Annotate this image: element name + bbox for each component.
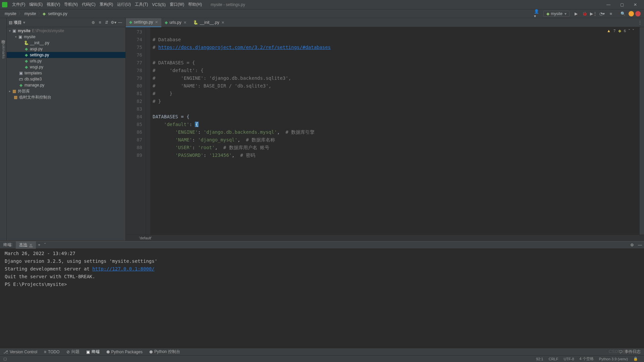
hide-icon[interactable]: — bbox=[636, 243, 644, 247]
chevron-down-icon: ▾ bbox=[565, 11, 567, 16]
crumb-root[interactable]: mysite bbox=[3, 11, 18, 16]
django-file-icon: ◆ bbox=[18, 83, 23, 87]
editor-body[interactable]: ▲7 ◆6 ˆˇ 7374757677787980818283848586878… bbox=[126, 27, 644, 235]
locate-icon[interactable]: ⊚ bbox=[90, 20, 96, 25]
menu-tools[interactable]: 工具(T) bbox=[133, 2, 150, 7]
tab-label: 本地 bbox=[19, 242, 27, 248]
window-title: mysite - settings.py bbox=[211, 2, 245, 7]
menu-refactor[interactable]: 重构(R) bbox=[98, 2, 115, 7]
tree-manage[interactable]: ◆manage.py bbox=[7, 82, 125, 88]
status-indent[interactable]: 4 个空格 bbox=[577, 356, 596, 361]
menu-vcs[interactable]: VCS(S) bbox=[150, 2, 168, 7]
tab-settings[interactable]: ◆settings.py✕ bbox=[126, 18, 161, 27]
search-icon[interactable]: 🔍 bbox=[620, 11, 626, 17]
terminal-body[interactable]: March 26, 2022 - 13:49:27Django version … bbox=[0, 248, 644, 348]
status-line-sep[interactable]: CRLF bbox=[546, 357, 561, 361]
tab-init[interactable]: 🐍__init__.py✕ bbox=[190, 18, 228, 27]
window-minimize-icon[interactable]: — bbox=[602, 2, 615, 7]
chevron-up-icon[interactable]: ˆ bbox=[629, 28, 630, 34]
menu-help[interactable]: 帮助(H) bbox=[186, 2, 204, 7]
tree-db[interactable]: 🗃db.sqlite3 bbox=[7, 76, 125, 82]
editor-area: ◆settings.py✕ ◆urls.py✕ 🐍__init__.py✕ ⋮ … bbox=[126, 18, 644, 241]
status-python[interactable]: Python 3.9 (venv) bbox=[596, 357, 631, 361]
status-encoding[interactable]: UTF-8 bbox=[561, 357, 577, 361]
arrow-down-icon[interactable]: ▾ bbox=[8, 29, 11, 33]
file-label: db.sqlite3 bbox=[24, 77, 42, 81]
terminal-tab-local[interactable]: 本地✕ bbox=[16, 241, 36, 249]
status-caret[interactable]: 92:1 bbox=[533, 357, 546, 361]
tree-extlibs[interactable]: ▸▦外部库 bbox=[7, 88, 125, 94]
project-icon: ▤ bbox=[9, 20, 12, 25]
menu-nav[interactable]: 导航(N) bbox=[62, 2, 80, 7]
inspections-widget[interactable]: ▲7 ◆6 ˆˇ bbox=[607, 28, 634, 34]
status-tool-icon[interactable]: ▢ bbox=[3, 357, 7, 361]
user-icon[interactable]: 👤▾ bbox=[534, 11, 540, 17]
tree-scratch[interactable]: ▦临时文件和控制台 bbox=[7, 94, 125, 100]
menu-code[interactable]: 代码(C) bbox=[80, 2, 98, 7]
tree-templates[interactable]: ▣templates bbox=[7, 70, 125, 76]
tree-root[interactable]: ▾ ▣ mysite E:\Projects\mysite bbox=[7, 28, 125, 34]
tree-file-wsgi[interactable]: ◆wsgi.py bbox=[7, 64, 125, 70]
hide-icon[interactable]: — bbox=[117, 20, 123, 25]
tab-options-icon[interactable]: ⋮ bbox=[636, 20, 644, 25]
window-close-icon[interactable]: ✕ bbox=[629, 2, 642, 7]
chevron-down-icon[interactable]: ▾ bbox=[23, 20, 25, 25]
tw-terminal[interactable]: ▣终端 bbox=[83, 349, 103, 355]
run-button[interactable]: ▶ bbox=[573, 11, 579, 17]
arrow-down-icon[interactable]: ▾ bbox=[14, 35, 17, 39]
gear-icon[interactable]: ⚙▾ bbox=[110, 20, 116, 25]
tree-file-init[interactable]: 🐍__init__.py bbox=[7, 40, 125, 46]
close-icon[interactable]: ✕ bbox=[221, 20, 224, 25]
menu-run[interactable]: 运行(U) bbox=[115, 2, 133, 7]
tw-py-packages[interactable]: ⬢Python Packages bbox=[103, 350, 146, 354]
debug-button[interactable]: 🐞 bbox=[582, 11, 588, 17]
run-coverage-button[interactable]: ▶⋮ bbox=[590, 11, 596, 17]
collapse-icon[interactable]: ⇵ bbox=[104, 20, 110, 25]
branch-icon: ⎇ bbox=[3, 350, 8, 354]
code-area[interactable]: # Database# https://docs.djangoproject.c… bbox=[151, 27, 639, 235]
status-bar: ▢ 92:1 CRLF UTF-8 4 个空格 Python 3.9 (venv… bbox=[0, 355, 644, 362]
terminal-header: 终端: 本地✕ + ˇ ⚙ — bbox=[0, 241, 644, 248]
tw-py-console[interactable]: ⬢Python 控制台 bbox=[146, 349, 183, 355]
add-terminal-button[interactable]: + bbox=[36, 243, 42, 247]
tree-file-asgi[interactable]: ◆asgi.py bbox=[7, 46, 125, 52]
terminal-panel: 终端: 本地✕ + ˇ ⚙ — March 26, 2022 - 13:49:2… bbox=[0, 241, 644, 348]
expand-icon[interactable]: ≡ bbox=[97, 20, 103, 25]
tab-label: urls.py bbox=[169, 20, 181, 25]
close-icon[interactable]: ✕ bbox=[29, 243, 33, 247]
profile-button[interactable]: ◔▾ bbox=[599, 11, 605, 17]
file-label: manage.py bbox=[24, 83, 44, 87]
tw-todo[interactable]: ≡TODO bbox=[41, 350, 63, 354]
crumb-pkg[interactable]: mysite bbox=[23, 11, 38, 16]
tree-pkg[interactable]: ▾ ▣ mysite bbox=[7, 34, 125, 40]
line-gutter[interactable]: 7374757677787980818283848586878889 bbox=[126, 27, 146, 235]
rail-bookmarks[interactable]: Bookmarks bbox=[1, 40, 6, 59]
tw-vcs[interactable]: ⎇Version Control bbox=[0, 350, 41, 354]
tree-file-urls[interactable]: ◆urls.py bbox=[7, 58, 125, 64]
menu-window[interactable]: 窗口(W) bbox=[168, 2, 186, 7]
chevron-down-icon[interactable]: ˇ bbox=[633, 28, 634, 34]
menu-file[interactable]: 文件(F) bbox=[10, 2, 27, 7]
tw-problems[interactable]: ⊘问题 bbox=[63, 349, 83, 355]
arrow-right-icon[interactable]: ▸ bbox=[8, 89, 11, 93]
close-icon[interactable]: ✕ bbox=[183, 20, 186, 25]
error-stripe[interactable] bbox=[639, 27, 644, 235]
menu-edit[interactable]: 编辑(E) bbox=[27, 2, 45, 7]
stop-button[interactable]: ■ bbox=[608, 11, 614, 17]
tab-urls[interactable]: ◆urls.py✕ bbox=[161, 18, 190, 27]
run-config-selector[interactable]: ◆ mysite ▾ bbox=[543, 11, 570, 17]
gear-icon[interactable]: ⚙ bbox=[628, 243, 636, 247]
close-icon[interactable]: ✕ bbox=[155, 20, 158, 24]
terminal-options-icon[interactable]: ˇ bbox=[42, 243, 48, 247]
fold-gutter[interactable] bbox=[146, 27, 151, 235]
avatar-icon[interactable] bbox=[629, 11, 634, 16]
code-breadcrumb[interactable]: 'default' bbox=[126, 235, 644, 241]
crumb-file[interactable]: settings.py bbox=[47, 11, 68, 16]
window-maximize-icon[interactable]: ▢ bbox=[615, 2, 629, 7]
tree-file-settings[interactable]: ◆settings.py bbox=[7, 52, 125, 58]
status-lock-icon[interactable]: 🔒 bbox=[631, 357, 641, 361]
menu-view[interactable]: 视图(V) bbox=[45, 2, 62, 7]
notification-icon[interactable] bbox=[635, 11, 641, 16]
file-label: urls.py bbox=[30, 59, 42, 63]
project-tree[interactable]: ▾ ▣ mysite E:\Projects\mysite ▾ ▣ mysite… bbox=[7, 27, 125, 241]
